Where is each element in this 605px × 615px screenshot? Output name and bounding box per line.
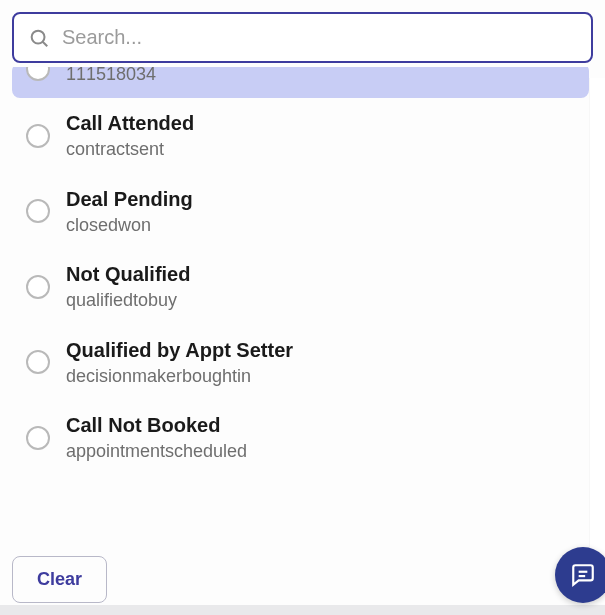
option-label: Qualified by Appt Setter xyxy=(66,337,293,363)
search-icon xyxy=(28,27,50,49)
footer: Clear xyxy=(12,544,593,603)
option-text: Deal Pending closedwon xyxy=(66,186,193,237)
dropdown-panel: 111518034 Call Attended contractsent Dea… xyxy=(0,0,605,615)
option-label: Call Not Booked xyxy=(66,412,247,438)
option-label: Not Qualified xyxy=(66,261,190,287)
option-sublabel: qualifiedtobuy xyxy=(66,289,190,312)
option-row[interactable]: 111518034 xyxy=(12,67,589,98)
radio-button[interactable] xyxy=(26,426,50,450)
bottom-bar xyxy=(0,605,605,615)
option-sublabel: decisionmakerboughtin xyxy=(66,365,293,388)
search-field-wrapper[interactable] xyxy=(12,12,593,63)
radio-button[interactable] xyxy=(26,275,50,299)
option-row[interactable]: Call Not Booked appointmentscheduled xyxy=(12,400,589,475)
option-row[interactable]: Qualified by Appt Setter decisionmakerbo… xyxy=(12,325,589,400)
option-text: Call Not Booked appointmentscheduled xyxy=(66,412,247,463)
option-sublabel: appointmentscheduled xyxy=(66,440,247,463)
radio-button[interactable] xyxy=(26,199,50,223)
option-sublabel: 111518034 xyxy=(66,67,156,86)
option-label: Deal Pending xyxy=(66,186,193,212)
search-input[interactable] xyxy=(62,26,577,49)
option-text: 111518034 xyxy=(66,67,156,86)
chat-icon xyxy=(570,562,596,588)
clear-button[interactable]: Clear xyxy=(12,556,107,603)
option-text: Not Qualified qualifiedtobuy xyxy=(66,261,190,312)
option-text: Qualified by Appt Setter decisionmakerbo… xyxy=(66,337,293,388)
option-row[interactable]: Not Qualified qualifiedtobuy xyxy=(12,249,589,324)
option-sublabel: closedwon xyxy=(66,214,193,237)
option-sublabel: contractsent xyxy=(66,138,194,161)
chat-fab[interactable] xyxy=(555,547,605,603)
right-edge-strip xyxy=(589,78,605,604)
radio-button[interactable] xyxy=(26,124,50,148)
svg-line-1 xyxy=(43,41,48,46)
svg-point-0 xyxy=(32,30,45,43)
radio-button[interactable] xyxy=(26,67,50,81)
option-text: Call Attended contractsent xyxy=(66,110,194,161)
radio-button[interactable] xyxy=(26,350,50,374)
options-list[interactable]: 111518034 Call Attended contractsent Dea… xyxy=(12,67,593,544)
option-label: Call Attended xyxy=(66,110,194,136)
option-row[interactable]: Call Attended contractsent xyxy=(12,98,589,173)
option-row[interactable]: Deal Pending closedwon xyxy=(12,174,589,249)
